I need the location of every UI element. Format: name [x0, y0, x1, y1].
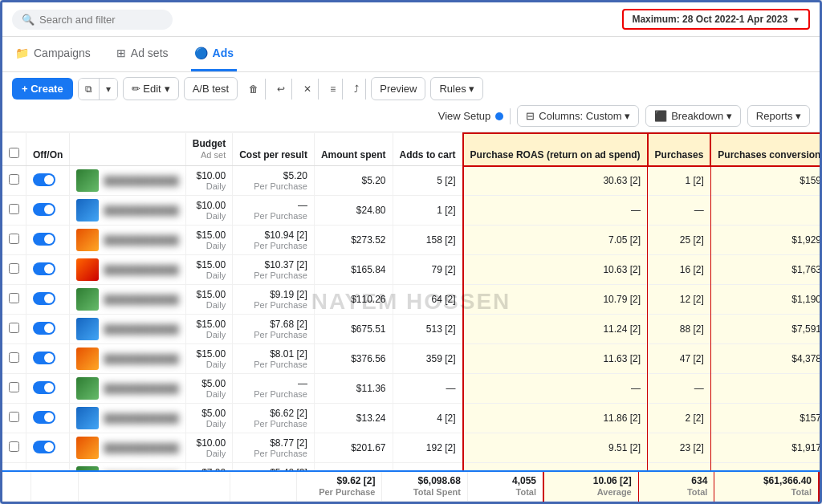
tab-adsets-label: Ad sets [131, 47, 169, 59]
row-conv-value: $1,190.00 [2] [710, 285, 820, 315]
row-name: ████████████ [70, 315, 186, 344]
tab-adsets[interactable]: ⊞ Ad sets [113, 37, 172, 71]
row-cart: 107 [2] [393, 463, 463, 471]
row-toggle[interactable] [33, 322, 55, 335]
row-checkbox[interactable] [9, 263, 19, 274]
rules-button[interactable]: Rules ▾ [430, 77, 483, 100]
row-checkbox[interactable] [9, 234, 19, 244]
table-row: ████████████$10.00Daily—Per Purchase$24.… [2, 196, 820, 226]
list-button[interactable]: ≡ [324, 79, 343, 100]
row-cart: 64 [2] [393, 285, 463, 315]
row-purchases: 16 [2] [648, 255, 711, 285]
campaign-name: ████████████ [104, 384, 179, 393]
row-toggle[interactable] [33, 381, 55, 394]
row-roas: 21.24 [2] [463, 463, 648, 471]
preview-button[interactable]: Preview [371, 77, 425, 100]
table-row: ████████████$15.00Daily$7.68 [2]Per Purc… [2, 315, 820, 344]
table-row: ████████████$5.00Daily$6.62 [2]Per Purch… [2, 404, 820, 433]
row-conv-value: $157.00 [2] [710, 404, 820, 433]
row-conv-value: $0.00 [710, 196, 820, 226]
table-row: ████████████$5.00Daily—Per Purchase$11.3… [2, 374, 820, 404]
row-cpr: $8.77 [2]Per Purchase [233, 433, 315, 463]
row-checkbox[interactable] [9, 323, 19, 333]
row-toggle[interactable] [33, 292, 55, 305]
row-cart: 513 [2] [393, 315, 463, 344]
search-input-wrapper[interactable]: 🔍 [12, 10, 173, 30]
reports-button[interactable]: Reports ▾ [747, 105, 810, 127]
campaign-thumb [76, 318, 99, 340]
row-toggle[interactable] [33, 441, 55, 453]
row-toggle[interactable] [33, 352, 55, 364]
table-row: ████████████$10.00Daily$5.20Per Purchase… [2, 166, 820, 196]
row-name: ████████████ [70, 374, 186, 404]
search-input[interactable] [39, 14, 152, 26]
toolbar: + Create ⧉ ▾ ✏ Edit ▾ A/B test 🗑 ↩ ✕ ≡ ⤴… [2, 72, 820, 132]
row-conv-value: $0.00 [710, 374, 820, 404]
th-conv-value: Purchases conversion value [710, 133, 820, 166]
search-icon: 🔍 [22, 14, 35, 26]
th-spent: Amount spent [314, 133, 393, 166]
row-toggle[interactable] [33, 233, 55, 246]
search-bar: 🔍 Maximum: 28 Oct 2022-1 Apr 2023 ▼ [2, 2, 820, 37]
row-checkbox[interactable] [9, 293, 19, 303]
row-toggle[interactable] [33, 262, 55, 275]
row-roas: 30.63 [2] [463, 166, 648, 196]
row-conv-value: $1,917.00 [2] [710, 433, 820, 463]
row-budget: $15.00Daily [185, 255, 232, 285]
undo-button[interactable]: ↩ [271, 79, 292, 100]
view-setup-button[interactable]: View Setup [438, 110, 504, 122]
breakdown-button[interactable]: ⬛ Breakdown ▾ [645, 105, 741, 127]
row-budget: $10.00Daily [185, 166, 232, 196]
row-checkbox[interactable] [9, 412, 19, 422]
reports-label: Reports ▾ [756, 110, 801, 122]
delete-button[interactable]: 🗑 [242, 79, 266, 100]
row-toggle[interactable] [33, 411, 55, 424]
row-checkbox[interactable] [9, 352, 19, 363]
edit-button[interactable]: ✏ Edit ▾ [123, 77, 179, 100]
row-checkbox[interactable] [9, 174, 19, 185]
row-purchases: — [648, 374, 711, 404]
campaign-thumb [76, 348, 99, 370]
row-cpr: $9.19 [2]Per Purchase [233, 285, 315, 315]
totals-spent: $6,098.68 Total Spent [382, 472, 467, 502]
date-range-badge[interactable]: Maximum: 28 Oct 2022-1 Apr 2023 ▼ [622, 9, 810, 30]
select-all-checkbox[interactable] [9, 148, 19, 158]
row-roas: 11.86 [2] [463, 404, 648, 433]
tab-ads[interactable]: 🔵 Ads [191, 37, 237, 71]
divider [510, 108, 511, 124]
row-toggle[interactable] [33, 203, 55, 216]
totals-conv: $61,366.40 Total [714, 472, 819, 502]
tab-campaigns[interactable]: 📁 Campaigns [12, 37, 94, 71]
row-checkbox[interactable] [9, 382, 19, 392]
row-budget: $10.00Daily [185, 196, 232, 226]
trash-button[interactable]: ✕ [297, 79, 319, 100]
row-checkbox[interactable] [9, 204, 19, 214]
row-budget: $5.00Daily [185, 404, 232, 433]
campaigns-icon: 📁 [15, 47, 29, 59]
copy-button[interactable]: ⧉ [79, 79, 100, 100]
row-roas: — [463, 374, 648, 404]
create-button[interactable]: + Create [12, 78, 73, 100]
share-button[interactable]: ⤴ [348, 79, 366, 100]
copy-chevron-button[interactable]: ▾ [100, 79, 117, 100]
table-scroll[interactable]: Off/On Budget Ad set Cost per result Amo… [2, 132, 820, 470]
campaign-name: ████████████ [104, 235, 179, 245]
app-wrapper: 🔍 Maximum: 28 Oct 2022-1 Apr 2023 ▼ 📁 Ca… [0, 0, 822, 504]
columns-button[interactable]: ⊟ Columns: Custom ▾ [517, 105, 639, 127]
row-purchases: 25 [2] [648, 226, 711, 255]
row-spent: $165.84 [314, 255, 393, 285]
ab-test-button[interactable]: A/B test [184, 77, 238, 100]
row-spent: $11.36 [314, 374, 393, 404]
row-spent: $110.26 [314, 285, 393, 315]
row-cart: 5 [2] [393, 166, 463, 196]
adsets-icon: ⊞ [116, 47, 126, 59]
chevron-down-icon: ▼ [792, 15, 800, 24]
row-toggle[interactable] [33, 173, 55, 186]
row-cpr: $8.01 [2]Per Purchase [233, 344, 315, 374]
row-cpr: $10.94 [2]Per Purchase [233, 226, 315, 255]
row-name: ████████████ [70, 196, 186, 226]
row-conv-value: $7,591.50 [2] [710, 315, 820, 344]
row-purchases: 22 [2] [648, 463, 711, 471]
row-toggle[interactable] [33, 470, 55, 471]
row-checkbox[interactable] [9, 441, 19, 452]
